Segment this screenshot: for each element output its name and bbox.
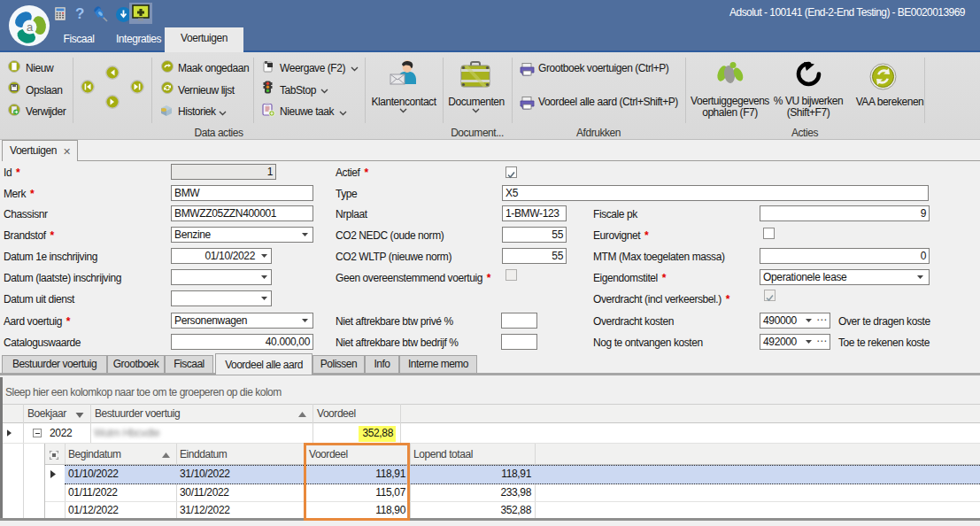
- svg-text:a: a: [27, 20, 34, 34]
